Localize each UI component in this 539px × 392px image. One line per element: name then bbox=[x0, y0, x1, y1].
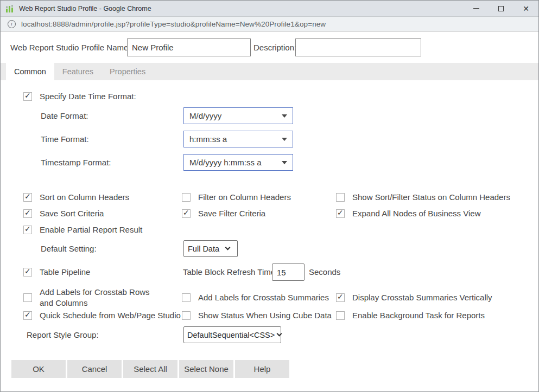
checkbox-box[interactable] bbox=[23, 193, 32, 202]
maximize-icon bbox=[498, 6, 504, 11]
report-style-group-select[interactable]: DefaultSequential<CSS> bbox=[183, 326, 281, 343]
tab-features[interactable]: Features bbox=[54, 63, 102, 80]
tab-features-label: Features bbox=[62, 67, 93, 76]
tab-properties[interactable]: Properties bbox=[102, 63, 154, 80]
time-format-label: Time Format: bbox=[41, 131, 89, 147]
date-format-dropdown[interactable]: M/d/yyyy bbox=[183, 107, 293, 124]
url-text[interactable]: localhost:8888/admin/profile.jsp?profile… bbox=[21, 20, 326, 28]
table-block-refresh-label: Table Block Refresh Time: bbox=[183, 264, 277, 281]
help-button[interactable]: Help bbox=[235, 360, 289, 378]
window-controls: ✕ bbox=[464, 1, 538, 17]
checkbox-label: Add Labels for Crosstab Summaries bbox=[198, 292, 329, 303]
dropdown-arrow-icon bbox=[282, 114, 287, 118]
tab-strip: Common Features Properties bbox=[1, 63, 538, 80]
checkbox-box[interactable] bbox=[336, 311, 345, 320]
checkbox-sort-on-column-headers[interactable]: Sort on Column Headers bbox=[23, 192, 129, 203]
checkbox-box[interactable] bbox=[336, 293, 345, 302]
select-all-button[interactable]: Select All bbox=[123, 360, 177, 378]
close-button[interactable]: ✕ bbox=[513, 1, 538, 17]
checkbox-box[interactable] bbox=[336, 193, 345, 202]
checkbox-box[interactable] bbox=[182, 193, 191, 202]
icon-bar bbox=[6, 9, 8, 12]
checkbox-box[interactable] bbox=[23, 293, 32, 302]
icon-bar bbox=[9, 6, 10, 12]
select-none-button[interactable]: Select None bbox=[179, 360, 233, 378]
checkbox-label: Save Sort Criteria bbox=[40, 208, 104, 219]
checkbox-table-pipeline[interactable]: Table Pipeline bbox=[23, 267, 90, 278]
window-title: Web Report Studio Profile - Google Chrom… bbox=[19, 5, 151, 12]
icon-dot bbox=[6, 7, 8, 8]
tab-properties-label: Properties bbox=[110, 67, 145, 76]
checkbox-label: Show Sort/Filter Status on Column Header… bbox=[352, 192, 510, 203]
checkbox-add-labels-crosstab-rows[interactable]: Add Labels for Crosstab Rows and Columns bbox=[23, 287, 155, 309]
checkbox-add-labels-crosstab-summaries[interactable]: Add Labels for Crosstab Summaries bbox=[182, 292, 329, 303]
select-chevron-icon bbox=[277, 331, 282, 337]
title-bar: Web Report Studio Profile - Google Chrom… bbox=[1, 1, 538, 17]
maximize-button[interactable] bbox=[489, 1, 513, 17]
timestamp-format-value: M/d/yyyy h:mm:ss a bbox=[189, 158, 262, 167]
minimize-button[interactable] bbox=[464, 1, 489, 17]
checkbox-label: Show Status When Using Cube Data bbox=[198, 310, 332, 321]
checkbox-box[interactable] bbox=[23, 268, 32, 277]
checkbox-enable-partial-report-result[interactable]: Enable Partial Report Result bbox=[23, 224, 142, 235]
checkbox-label: Expand All Nodes of Business View bbox=[352, 208, 481, 219]
checkbox-label: Filter on Column Headers bbox=[198, 192, 291, 203]
select-chevron-icon bbox=[225, 245, 231, 250]
tab-common[interactable]: Common bbox=[6, 63, 54, 80]
checkbox-filter-on-column-headers[interactable]: Filter on Column Headers bbox=[182, 192, 291, 203]
checkbox-label: Save Filter Criteria bbox=[198, 208, 265, 219]
checkbox-label: Add Labels for Crosstab Rows and Columns bbox=[40, 287, 155, 309]
checkbox-quick-schedule[interactable]: Quick Schedule from Web/Page Studio bbox=[23, 310, 181, 321]
checkbox-label: Table Pipeline bbox=[40, 267, 90, 278]
checkbox-specify-date-time-format[interactable]: Specify Date Time Format: bbox=[23, 91, 136, 102]
date-format-value: M/d/yyyy bbox=[189, 111, 221, 120]
timestamp-format-dropdown[interactable]: M/d/yyyy h:mm:ss a bbox=[183, 154, 293, 171]
checkbox-display-crosstab-vertically[interactable]: Display Crosstab Summaries Vertically bbox=[336, 292, 492, 303]
checkbox-box[interactable] bbox=[23, 209, 32, 218]
description-label: Description: bbox=[253, 38, 296, 56]
report-style-group-value: DefaultSequential<CSS> bbox=[187, 331, 275, 339]
tab-common-label: Common bbox=[14, 67, 46, 76]
date-format-label: Date Format: bbox=[41, 107, 88, 124]
checkbox-box[interactable] bbox=[182, 209, 191, 218]
ok-button[interactable]: OK bbox=[11, 360, 66, 378]
checkbox-label: Quick Schedule from Web/Page Studio bbox=[40, 310, 181, 321]
dropdown-arrow-icon bbox=[282, 138, 287, 141]
checkbox-box[interactable] bbox=[23, 226, 32, 234]
timestamp-format-label: Timestamp Format: bbox=[41, 154, 111, 171]
default-setting-value: Full Data bbox=[188, 245, 219, 253]
checkbox-box[interactable] bbox=[182, 293, 191, 302]
table-block-refresh-unit: Seconds bbox=[309, 264, 340, 281]
icon-bar bbox=[11, 8, 13, 12]
footer-button-row: OK Cancel Select All Select None Help bbox=[11, 360, 291, 378]
info-icon[interactable]: i bbox=[8, 20, 16, 28]
profile-name-input[interactable] bbox=[127, 38, 251, 56]
checkbox-enable-background-task[interactable]: Enable Background Task for Reports bbox=[336, 310, 485, 321]
profile-name-label: Web Report Studio Profile Name: bbox=[10, 38, 131, 56]
checkbox-box[interactable] bbox=[23, 311, 32, 320]
checkbox-label: Enable Partial Report Result bbox=[40, 224, 142, 235]
checkbox-expand-all-nodes[interactable]: Expand All Nodes of Business View bbox=[336, 208, 481, 219]
minimize-icon bbox=[473, 8, 479, 9]
icon-dot bbox=[11, 5, 13, 7]
default-setting-select[interactable]: Full Data bbox=[183, 240, 238, 257]
checkbox-show-status-cube-data[interactable]: Show Status When Using Cube Data bbox=[182, 310, 332, 321]
table-block-refresh-input[interactable] bbox=[272, 264, 305, 281]
checkbox-box[interactable] bbox=[336, 209, 345, 218]
checkbox-save-sort-criteria[interactable]: Save Sort Criteria bbox=[23, 208, 104, 219]
report-style-group-label: Report Style Group: bbox=[27, 326, 99, 343]
checkbox-show-sort-filter-status[interactable]: Show Sort/Filter Status on Column Header… bbox=[336, 192, 510, 203]
cancel-button[interactable]: Cancel bbox=[67, 360, 122, 378]
checkbox-box[interactable] bbox=[182, 311, 191, 320]
checkbox-label: Enable Background Task for Reports bbox=[352, 310, 485, 321]
checkbox-box[interactable] bbox=[23, 92, 32, 101]
checkbox-save-filter-criteria[interactable]: Save Filter Criteria bbox=[182, 208, 265, 219]
address-bar[interactable]: i localhost:8888/admin/profile.jsp?profi… bbox=[1, 17, 538, 31]
checkbox-label: Sort on Column Headers bbox=[40, 192, 129, 203]
description-input[interactable] bbox=[295, 38, 421, 56]
time-format-dropdown[interactable]: h:mm:ss a bbox=[183, 131, 293, 147]
dropdown-arrow-icon bbox=[282, 161, 287, 164]
close-icon: ✕ bbox=[523, 5, 529, 12]
app-favicon-equalizer-icon bbox=[5, 4, 14, 13]
checkbox-label: Display Crosstab Summaries Vertically bbox=[352, 292, 492, 303]
